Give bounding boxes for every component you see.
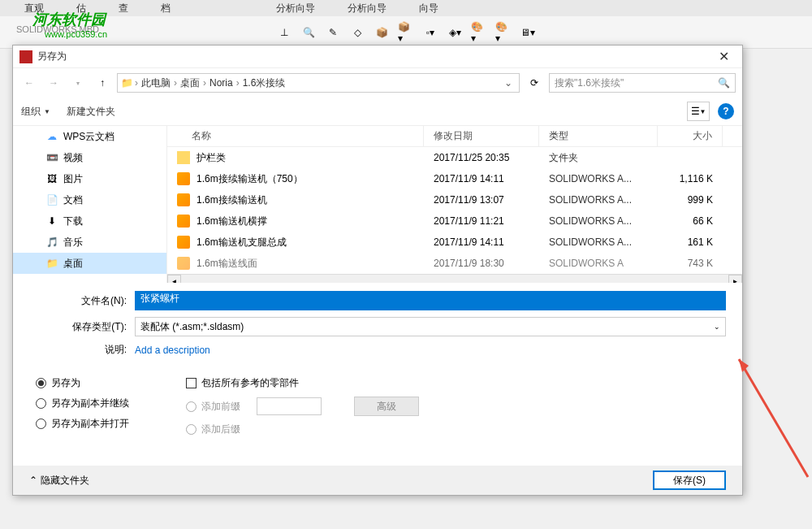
annotation-arrow bbox=[731, 351, 812, 481]
up-button[interactable]: ↑ bbox=[93, 73, 112, 93]
radio-add-suffix: 添加后缀 bbox=[186, 423, 240, 436]
help-button[interactable]: ? bbox=[718, 103, 734, 119]
checkbox-include-refs[interactable]: 包括所有参考的零部件 bbox=[186, 376, 419, 390]
save-button[interactable]: 保存(S) bbox=[653, 470, 726, 490]
prefix-input bbox=[257, 397, 322, 415]
save-as-dialog: 另存为 ✕ ← → ▾ ↑ 📁 › 此电脑 › 桌面 › Noria › 1.6… bbox=[12, 45, 743, 496]
ribbon-icon[interactable]: ▫▾ bbox=[422, 24, 438, 41]
ribbon-icon[interactable]: ◇ bbox=[349, 24, 365, 41]
recent-dropdown[interactable]: ▾ bbox=[68, 73, 88, 93]
scroll-right-button[interactable]: ► bbox=[728, 275, 742, 284]
filetype-select[interactable]: 装配体 (*.asm;*.sldasm) ⌄ bbox=[135, 317, 726, 336]
sidebar-item-music[interactable]: 🎵音乐 bbox=[13, 232, 166, 253]
svg-line-0 bbox=[739, 359, 808, 477]
organize-button[interactable]: 组织 ▼ bbox=[21, 105, 50, 119]
file-row[interactable]: 护栏类 2017/11/25 20:35 文件夹 bbox=[167, 147, 742, 168]
tab-item[interactable]: 分析向导 bbox=[348, 2, 387, 15]
ribbon-icon[interactable]: ✎ bbox=[325, 24, 341, 41]
column-type[interactable]: 类型 bbox=[539, 126, 658, 146]
description-link[interactable]: Add a description bbox=[135, 345, 210, 356]
sidebar-item-videos[interactable]: 📼视频 bbox=[13, 147, 166, 168]
radio-save-as[interactable]: 另存为 bbox=[36, 376, 129, 390]
horizontal-scrollbar[interactable]: ◄ ► bbox=[167, 274, 742, 283]
options-area: 另存为 另存为副本并继续 另存为副本并打开 包括所有参考的零部件 bbox=[13, 371, 742, 441]
top-tabs: 直观 估 查 档 分析向导 分析向导 向导 bbox=[0, 0, 812, 16]
scroll-left-button[interactable]: ◄ bbox=[167, 275, 181, 284]
close-button[interactable]: ✕ bbox=[712, 49, 736, 64]
radio-save-copy-continue[interactable]: 另存为副本并继续 bbox=[36, 397, 129, 410]
tab-item[interactable]: 档 bbox=[161, 2, 171, 15]
navigation-bar: ← → ▾ ↑ 📁 › 此电脑 › 桌面 › Noria › 1.6米接续 ⌄ … bbox=[13, 68, 742, 98]
folder-sidebar: ☁WPS云文档 📼视频 🖼图片 📄文档 ⬇下载 🎵音乐 📁桌面 bbox=[13, 126, 167, 283]
folder-icon: 📁 bbox=[45, 257, 58, 270]
column-size[interactable]: 大小 bbox=[658, 126, 723, 146]
advanced-button[interactable]: 高级 bbox=[354, 397, 419, 416]
tab-item[interactable]: 分析向导 bbox=[276, 2, 315, 15]
tab-item[interactable]: 向导 bbox=[419, 2, 438, 15]
checkbox-button[interactable] bbox=[186, 378, 197, 388]
filename-input[interactable]: 张紧螺杆 bbox=[135, 291, 726, 310]
ribbon-icon[interactable]: ⊥ bbox=[276, 24, 292, 41]
file-browser: ☁WPS云文档 📼视频 🖼图片 📄文档 ⬇下载 🎵音乐 📁桌面 名称 修改日期 … bbox=[13, 125, 742, 283]
radio-button bbox=[186, 424, 197, 435]
picture-icon: 🖼 bbox=[45, 172, 58, 185]
file-row[interactable]: 1.6m输送机横撑 2017/11/9 11:21 SOLIDWORKS A..… bbox=[167, 210, 742, 232]
ribbon-icon[interactable]: 🎨▾ bbox=[471, 24, 487, 41]
watermark-url: www.pc0359.cn bbox=[45, 29, 107, 39]
breadcrumb-item[interactable]: Noria bbox=[208, 77, 235, 89]
cloud-icon: ☁ bbox=[45, 130, 58, 143]
breadcrumb-item[interactable]: 1.6米接续 bbox=[241, 76, 287, 90]
address-dropdown[interactable]: ⌄ bbox=[501, 77, 516, 89]
column-date[interactable]: 修改日期 bbox=[424, 126, 539, 146]
radio-add-prefix: 添加前缀 bbox=[186, 400, 240, 414]
dialog-titlebar: 另存为 ✕ bbox=[13, 46, 742, 68]
video-icon: 📼 bbox=[45, 151, 58, 164]
ribbon-toolbar: ⊥ 🔍 ✎ ◇ 📦 📦▾ ▫▾ ◈▾ 🎨▾ 🎨▾ 🖥▾ bbox=[0, 16, 812, 49]
forward-button[interactable]: → bbox=[44, 73, 63, 93]
radio-button[interactable] bbox=[36, 398, 46, 409]
hide-folders-button[interactable]: ⌃ 隐藏文件夹 bbox=[29, 474, 89, 488]
music-icon: 🎵 bbox=[45, 236, 58, 249]
new-folder-button[interactable]: 新建文件夹 bbox=[67, 105, 115, 119]
sidebar-item-pictures[interactable]: 🖼图片 bbox=[13, 168, 166, 189]
radio-save-copy-open[interactable]: 另存为副本并打开 bbox=[36, 417, 129, 431]
tab-item[interactable]: 查 bbox=[119, 2, 128, 15]
sidebar-item-downloads[interactable]: ⬇下载 bbox=[13, 210, 166, 232]
column-name[interactable]: 名称 bbox=[167, 126, 424, 146]
view-mode-button[interactable]: ☰ ▼ bbox=[687, 102, 710, 121]
folder-icon bbox=[177, 151, 190, 164]
file-row[interactable]: 1.6m接续输送机（750） 2017/11/9 14:11 SOLIDWORK… bbox=[167, 168, 742, 189]
file-row[interactable]: 1.6m输送线面 2017/11/9 18:30 SOLIDWORKS A 74… bbox=[167, 253, 742, 274]
back-button[interactable]: ← bbox=[19, 73, 39, 93]
sidebar-item-documents[interactable]: 📄文档 bbox=[13, 189, 166, 210]
crumb-separator: › bbox=[236, 77, 240, 89]
filename-label: 文件名(N): bbox=[29, 294, 135, 308]
radio-button[interactable] bbox=[36, 378, 46, 388]
refresh-button[interactable]: ⟳ bbox=[525, 73, 544, 93]
file-row[interactable]: 1.6m接续输送机 2017/11/9 13:07 SOLIDWORKS A..… bbox=[167, 189, 742, 210]
folder-icon: 📁 bbox=[121, 77, 133, 89]
breadcrumb-item[interactable]: 此电脑 bbox=[140, 76, 172, 90]
sidebar-item-desktop[interactable]: 📁桌面 bbox=[13, 253, 166, 274]
ribbon-icon[interactable]: 📦▾ bbox=[398, 24, 414, 41]
ribbon-icon[interactable]: ◈▾ bbox=[447, 24, 463, 41]
ribbon-icon[interactable]: 🖥▾ bbox=[520, 24, 536, 41]
chevron-up-icon: ⌃ bbox=[29, 475, 37, 486]
radio-button[interactable] bbox=[36, 418, 46, 429]
zoom-icon[interactable]: 🔍 bbox=[300, 24, 317, 41]
search-input[interactable]: 搜索"1.6米接续" bbox=[555, 76, 718, 90]
dialog-toolbar: 组织 ▼ 新建文件夹 ☰ ▼ ? bbox=[13, 98, 742, 125]
file-list: 名称 修改日期 类型 大小 护栏类 2017/11/25 20:35 文件夹 1… bbox=[167, 126, 742, 283]
chevron-down-icon: ⌄ bbox=[714, 323, 720, 331]
download-icon: ⬇ bbox=[45, 215, 58, 228]
search-icon[interactable]: 🔍 bbox=[718, 77, 730, 89]
sidebar-item-wps[interactable]: ☁WPS云文档 bbox=[13, 126, 166, 147]
search-box[interactable]: 搜索"1.6米接续" 🔍 bbox=[549, 73, 736, 93]
ribbon-icon[interactable]: 📦 bbox=[374, 24, 390, 41]
ribbon-icon[interactable]: 🎨▾ bbox=[495, 24, 512, 41]
breadcrumb-item[interactable]: 桌面 bbox=[179, 76, 201, 90]
file-row[interactable]: 1.6m输送机支腿总成 2017/11/9 14:11 SOLIDWORKS A… bbox=[167, 232, 742, 253]
crumb-separator: › bbox=[203, 77, 206, 89]
crumb-separator: › bbox=[135, 77, 138, 89]
address-bar[interactable]: 📁 › 此电脑 › 桌面 › Noria › 1.6米接续 ⌄ bbox=[117, 73, 520, 93]
